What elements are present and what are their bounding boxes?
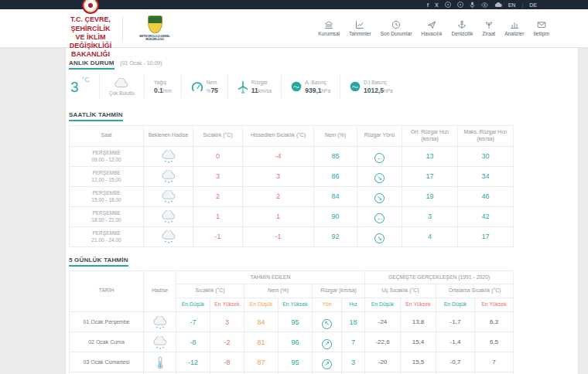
lang-separator: | bbox=[521, 2, 523, 8]
nav-label: Analizler bbox=[504, 31, 524, 36]
lang-en[interactable]: EN bbox=[508, 2, 516, 8]
cloud-icon bbox=[112, 78, 131, 89]
hourly-row: PERŞEMBE15.00 - 18.00 2 2 84 ↘ 19 46 bbox=[70, 186, 514, 206]
wind-arrow: ↘ bbox=[377, 236, 382, 242]
daily-row: 01 Ocak Perşembe -7 3 84 95 ↖ 18 -24 13,… bbox=[70, 312, 514, 332]
avg-min-cell: -0,7 bbox=[436, 352, 475, 372]
x-twitter-icon[interactable]: X bbox=[435, 2, 439, 8]
nav-item-son-durumlar[interactable]: Son Durumlar bbox=[381, 20, 412, 36]
header-nem: Nem (%) bbox=[244, 284, 313, 298]
ministry-emblem-icon bbox=[82, 0, 99, 14]
wind-direction-icon: ← bbox=[374, 213, 385, 223]
header-beklenen-hadise: Beklenen Hadise bbox=[144, 126, 193, 147]
row-day: PERŞEMBE bbox=[70, 189, 142, 196]
humidity-value: 75 bbox=[210, 87, 217, 94]
wind-arrow: ↘ bbox=[377, 196, 382, 202]
humidity-cell: 90 bbox=[314, 206, 357, 226]
row-time: 09.00 - 12.00 bbox=[70, 156, 142, 163]
current-temperature: 3 °C bbox=[69, 75, 99, 98]
sea-pressure-unit: hPa bbox=[384, 88, 393, 94]
building-icon bbox=[324, 20, 333, 29]
ministry-logo[interactable]: T.C. ÇEVRE, ŞEHİRCİLİK VE İKLİM DEĞİŞİKL… bbox=[68, 0, 113, 60]
hmax-cell: 95 bbox=[279, 312, 313, 332]
nav-item-havacilik[interactable]: Havacılık bbox=[421, 20, 442, 36]
row-time: 21.00 - 24.00 bbox=[70, 236, 142, 243]
wind-direction-icon: ↗ bbox=[322, 359, 332, 369]
tmin-cell: -8 bbox=[176, 332, 210, 352]
row-time: 18.00 - 21.00 bbox=[70, 216, 142, 223]
header-uc-sicaklik: Uç Sıcaklık (°C) bbox=[365, 284, 436, 298]
thermometer-icon bbox=[156, 356, 164, 369]
wind-direction-icon: ↘ bbox=[374, 193, 385, 203]
facebook-icon[interactable]: f bbox=[427, 2, 429, 8]
snow-cloud-icon bbox=[160, 210, 177, 223]
header-ort-ruzgar: Ort. Rüzgar Hızı (km/sa) bbox=[402, 126, 458, 147]
nav-item-iletisim[interactable]: İletişim bbox=[533, 20, 549, 36]
logo-group: T.C. ÇEVRE, ŞEHİRCİLİK VE İKLİM DEĞİŞİKL… bbox=[68, 0, 177, 60]
extreme-min-cell: -22,6 bbox=[365, 332, 401, 352]
sub-yon: Yön bbox=[313, 298, 342, 312]
nav-item-kurumsal[interactable]: Kurumsal bbox=[318, 20, 340, 36]
extreme-max-cell: 13,8 bbox=[401, 312, 436, 332]
row-day: PERŞEMBE bbox=[70, 230, 142, 236]
header-ruzgar: Rüzgar (km/sa) bbox=[313, 284, 365, 298]
feels-cell: -1 bbox=[243, 226, 314, 246]
snow-cloud-icon bbox=[160, 190, 177, 203]
nav-item-tahminler[interactable]: Tahminler bbox=[349, 20, 371, 36]
row-day: PERŞEMBE bbox=[70, 209, 142, 216]
wind-direction-icon: ↘ bbox=[374, 233, 385, 243]
section-title-anlik-durum: ANLIK DURUM bbox=[69, 60, 115, 70]
lang-de[interactable]: DE bbox=[529, 2, 537, 8]
mgm-logo[interactable]: METEOROLOJİ GENEL MÜDÜRLÜĞÜ bbox=[132, 15, 177, 42]
avg-wind-cell: 19 bbox=[402, 186, 458, 206]
wind-arrow: ↘ bbox=[377, 175, 382, 182]
row-day: PERŞEMBE bbox=[70, 149, 142, 156]
current-humidity: Nem %75 bbox=[181, 75, 227, 98]
extreme-min-cell: -20 bbox=[365, 352, 401, 372]
wind-arrow: ← bbox=[377, 155, 383, 162]
microphone-icon[interactable] bbox=[470, 2, 475, 8]
header-tarih: TARİH bbox=[70, 270, 144, 311]
temp-cell: 1 bbox=[193, 206, 243, 226]
tmax-cell: -2 bbox=[210, 332, 244, 352]
pressure-value: 939,1 bbox=[305, 87, 321, 94]
section-title-saatlik: SAATLİK TAHMİN bbox=[69, 111, 123, 121]
nav-item-ziraat[interactable]: Ziraat bbox=[482, 20, 495, 36]
nav-item-denizcilik[interactable]: Denizcilik bbox=[451, 20, 473, 36]
snow-cloud-icon bbox=[160, 150, 177, 163]
wind-direction-icon: ← bbox=[374, 153, 385, 163]
current-pressure: A. Basınç 939,1hPa bbox=[281, 75, 340, 98]
hmax-cell: 96 bbox=[279, 332, 313, 352]
temperature-value: 3 bbox=[70, 80, 79, 94]
wind-value: 11 bbox=[251, 87, 258, 94]
hmin-cell: 81 bbox=[244, 332, 279, 352]
wind-direction-icon: ↖ bbox=[322, 319, 332, 329]
header-saat: Saat bbox=[70, 126, 144, 147]
avg-min-cell: -1,7 bbox=[436, 312, 475, 332]
eye-icon[interactable] bbox=[481, 2, 488, 8]
nav-label: İletişim bbox=[533, 31, 549, 36]
sub-en-dusuk: En Düşük bbox=[436, 298, 475, 312]
row-time: 12.00 - 15.00 bbox=[70, 176, 142, 183]
avg-min-cell: -1,4 bbox=[436, 332, 475, 352]
cloud-icon[interactable] bbox=[494, 2, 502, 8]
humidity-cell: 86 bbox=[314, 166, 357, 186]
humidity-cell: 92 bbox=[314, 226, 357, 246]
app-badge-icon-2[interactable] bbox=[457, 2, 463, 8]
hourly-row: PERŞEMBE09.00 - 12.00 0 -4 85 ← 13 30 bbox=[70, 146, 514, 166]
hourly-row: PERŞEMBE18.00 - 21.00 1 1 90 ← 3 42 bbox=[70, 206, 514, 226]
app-badge-icon[interactable] bbox=[445, 2, 451, 8]
nav-label: Ziraat bbox=[482, 31, 495, 36]
feels-cell: 1 bbox=[243, 206, 314, 226]
pressure-label: A. Basınç bbox=[305, 80, 330, 85]
nav-label: Kurumsal bbox=[318, 31, 340, 36]
speed-cell: 18 bbox=[342, 312, 365, 332]
content-card: ANLIK DURUM (01 Ocak - 10.09) 3 °C Çok B… bbox=[66, 48, 578, 374]
ministry-logo-text: T.C. ÇEVRE, ŞEHİRCİLİK VE İKLİM DEĞİŞİKL… bbox=[68, 15, 113, 59]
snow-cloud-icon bbox=[160, 170, 177, 183]
avg-max-cell: 6,5 bbox=[475, 332, 514, 352]
clock-icon bbox=[391, 20, 401, 29]
hmin-cell: 87 bbox=[244, 352, 279, 372]
sub-en-yuksek: En Yüksek bbox=[475, 298, 514, 312]
nav-item-analizler[interactable]: Analizler bbox=[504, 20, 524, 36]
